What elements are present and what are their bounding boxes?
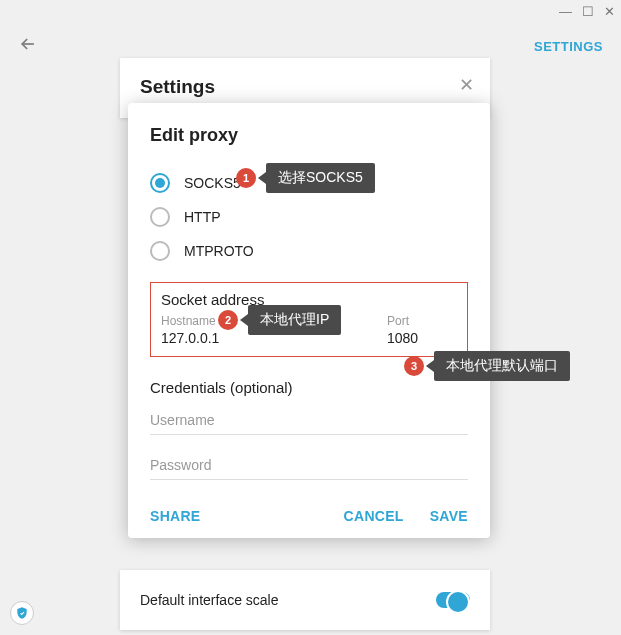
section-title: Socket address (161, 291, 457, 308)
back-arrow-icon[interactable] (18, 34, 38, 59)
maximize-button[interactable]: ☐ (582, 4, 594, 19)
modal-title: Edit proxy (150, 125, 468, 146)
username-input[interactable] (150, 404, 468, 435)
cancel-button[interactable]: CANCEL (344, 508, 404, 524)
modal-footer: SHARE CANCEL SAVE (150, 508, 468, 524)
settings-panel-title: Settings (140, 76, 470, 98)
hostname-value: 127.0.0.1 (161, 330, 369, 346)
radio-icon (150, 173, 170, 193)
radio-icon (150, 207, 170, 227)
share-button[interactable]: SHARE (150, 508, 201, 524)
proxy-type-mtproto[interactable]: MTPROTO (150, 234, 468, 268)
settings-row-label: Default interface scale (140, 592, 279, 608)
radio-icon (150, 241, 170, 261)
radio-label: MTPROTO (184, 243, 254, 259)
radio-label: HTTP (184, 209, 221, 225)
port-field[interactable]: Port 1080 (387, 314, 457, 346)
settings-link[interactable]: SETTINGS (534, 39, 603, 54)
password-input[interactable] (150, 449, 468, 480)
radio-label: SOCKS5 (184, 175, 241, 191)
port-label: Port (387, 314, 457, 328)
hostname-label: Hostname (161, 314, 369, 328)
proxy-type-socks5[interactable]: SOCKS5 (150, 166, 468, 200)
edit-proxy-modal: Edit proxy SOCKS5 HTTP MTPROTO Socket ad… (128, 103, 490, 538)
shield-icon[interactable] (10, 601, 34, 625)
close-icon[interactable]: ✕ (459, 74, 474, 96)
save-button[interactable]: SAVE (430, 508, 468, 524)
socket-address-section: Socket address Hostname 127.0.0.1 Port 1… (150, 282, 468, 357)
credentials-title: Credentials (optional) (150, 379, 468, 396)
toggle-interface-scale[interactable] (436, 592, 470, 608)
proxy-type-http[interactable]: HTTP (150, 200, 468, 234)
window-titlebar: — ☐ ✕ (0, 0, 621, 22)
minimize-button[interactable]: — (559, 4, 572, 19)
hostname-field[interactable]: Hostname 127.0.0.1 (161, 314, 369, 346)
port-value: 1080 (387, 330, 457, 346)
close-window-button[interactable]: ✕ (604, 4, 615, 19)
settings-row-interface-scale[interactable]: Default interface scale (120, 570, 490, 630)
